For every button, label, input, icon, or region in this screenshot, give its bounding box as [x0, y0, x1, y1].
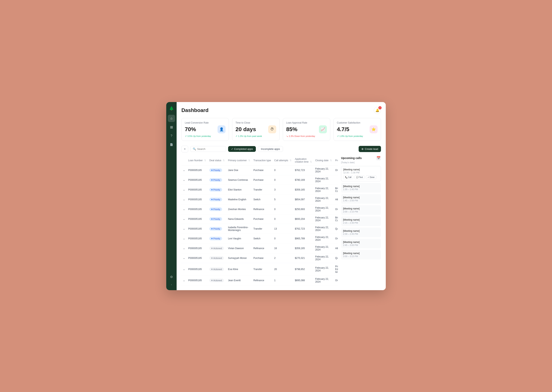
table-row[interactable]: ⌄ P000005185 Priority Seamus Contreras P… [182, 175, 338, 185]
row-expand[interactable]: ⌄ [182, 165, 187, 175]
table-row[interactable]: ⌄ P000005185 Priority Zeeshan Montes Ref… [182, 204, 338, 214]
cell-customer: Eliot Stanton [226, 185, 252, 195]
sidebar-item-settings[interactable]: ⚙ [168, 273, 175, 280]
sidebar-item-home[interactable]: ⌂ [168, 115, 175, 122]
col-calls[interactable]: Call attempts ⇅ [273, 156, 293, 165]
cell-customer: Jean Everitt [226, 275, 252, 285]
notification-button[interactable]: 🔔 2 [374, 107, 381, 114]
meeting-card[interactable]: [Meeting name] 2:00 – 2:15 PM [341, 205, 381, 215]
cell-calls: 2 [273, 253, 293, 263]
row-expand[interactable]: ⌄ [182, 175, 187, 185]
text-button[interactable]: 💬 Text [355, 175, 365, 179]
col-amount[interactable]: Applicationcreation time ⇅ [293, 156, 313, 165]
cell-province: Ontario [334, 165, 338, 175]
cell-status: Priority [208, 234, 226, 243]
stat-value-time: 20 days [235, 126, 256, 133]
meeting-time: 2:30 – 2:45 PM [343, 233, 379, 235]
row-expand[interactable]: ⌄ [182, 275, 187, 285]
meeting-card[interactable]: [Meeting name] 3:00 – 3:15 PM [341, 250, 381, 259]
table-row[interactable]: ⌄ P000005185 Priority Lexi Vaughn Switch… [182, 234, 338, 243]
cell-amount: $965,789 [293, 234, 313, 243]
row-expand[interactable]: ⌄ [182, 185, 187, 195]
tab-completed[interactable]: ✓ Completed apps [228, 146, 256, 152]
meeting-name: [Meeting name] [343, 218, 379, 221]
done-button[interactable]: ✓ Done [366, 175, 376, 179]
cell-loan: P000005185 [187, 204, 208, 214]
row-expand[interactable]: ⌄ [182, 214, 187, 224]
stat-icon-time: ⏱ [268, 125, 276, 133]
cell-transaction: Refinance [252, 243, 273, 253]
create-lead-button[interactable]: ⊕ Create lead [359, 146, 381, 152]
meeting-name: [Meeting name] [343, 196, 379, 199]
row-expand[interactable]: ⌄ [182, 204, 187, 214]
search-input[interactable] [197, 147, 224, 150]
cell-loan: P000005185 [187, 263, 208, 275]
table-row[interactable]: ⌄ P000005185 Actioned Jean Everitt Refin… [182, 275, 338, 285]
cell-customer: Isabella Fiorentino-Montenegro [226, 224, 252, 234]
meeting-actions: 📞 Call 💬 Text ✓ Done [343, 175, 379, 179]
meeting-card[interactable]: [Meeting name] 12:30 – 1:30 PM 📞 Call 💬 … [341, 166, 381, 181]
col-loan[interactable]: Loan Number ⇅ [187, 156, 208, 165]
cell-date: February 22, 2024 [313, 195, 334, 204]
cell-loan: P000005185 [187, 253, 208, 263]
row-expand[interactable]: ⌄ [182, 224, 187, 234]
cell-amount: $895,088 [293, 275, 313, 285]
meeting-card[interactable]: [Meeting name] 2:15 – 2:30 PM [341, 217, 381, 226]
table-row[interactable]: ⌄ P000005185 Priority Jane Doe Purchase … [182, 165, 338, 175]
cell-province: Prince Edward Isl... [334, 263, 338, 275]
sidebar-item-grid[interactable]: ▦ [168, 124, 175, 131]
status-badge: Priority [209, 217, 222, 221]
table-row[interactable]: ⌄ P000005185 Priority Madeline English S… [182, 195, 338, 204]
call-button[interactable]: 📞 Call [343, 175, 353, 179]
col-customer[interactable]: Primary customer ⇅ [226, 156, 252, 165]
row-expand[interactable]: ⌄ [182, 195, 187, 204]
meeting-card[interactable]: [Meeting name] 2:30 – 2:45 PM [341, 228, 381, 237]
stat-card-loan: Loan Approval Rate 85% 📈 ↘2.3% Down from… [283, 118, 330, 141]
row-expand[interactable]: ⌄ [182, 263, 187, 275]
badge-dot [211, 209, 212, 210]
filter-button[interactable]: ≡ [182, 146, 188, 153]
badge-dot [211, 228, 212, 229]
cell-calls: 0 [273, 234, 293, 243]
row-expand[interactable]: ⌄ [182, 243, 187, 253]
stat-icon-loan: 📈 [319, 125, 327, 133]
status-badge: Priority [209, 198, 222, 201]
meeting-name: [Meeting name] [343, 168, 379, 171]
col-transaction[interactable]: Transaction type [252, 156, 273, 165]
table-row[interactable]: ⌄ P000005185 Priority Nana Edwards Purch… [182, 214, 338, 224]
cell-amount: $270,321 [293, 253, 313, 263]
meeting-name: [Meeting name] [343, 207, 379, 210]
calls-date: [Today's date] [341, 161, 381, 164]
main-content: Dashboard 🔔 2 Lead Conversion Rate 70% 👤… [177, 102, 386, 290]
table-row[interactable]: ⌄ P000005185 Actioned Sumayyah Moran Pur… [182, 253, 338, 263]
cell-calls: 0 [273, 165, 293, 175]
cell-status: Priority [208, 165, 226, 175]
calendar-icon-btn[interactable]: 📅 [376, 156, 381, 161]
cell-province: Alberta [334, 195, 338, 204]
cell-loan: P000005185 [187, 165, 208, 175]
table-row[interactable]: ⌄ P000005185 Priority Isabella Fiorentin… [182, 224, 338, 234]
sidebar-item-documents[interactable]: 📄 [168, 141, 175, 148]
col-status[interactable]: Deal status ⇅ [208, 156, 226, 165]
cell-loan: P000005185 [187, 175, 208, 185]
meeting-card[interactable]: [Meeting name] 1:45 – 2:00 PM [341, 194, 381, 204]
meeting-card[interactable]: [Meeting name] 1:30 – 1:45 PM [341, 183, 381, 193]
table-row[interactable]: ⌄ P000005185 Actioned Eva Kline Transfer… [182, 263, 338, 275]
cell-province: British Columbia [334, 185, 338, 195]
tab-incomplete[interactable]: Incomplete apps [258, 146, 283, 152]
meeting-card[interactable]: [Meeting name] 2:45 – 3:00 PM [341, 239, 381, 248]
table-row[interactable]: ⌄ P000005185 Priority Eliot Stanton Tran… [182, 185, 338, 195]
cell-amount: $798,652 [293, 263, 313, 275]
status-badge: Priority [209, 237, 222, 240]
col-date[interactable]: Closing date ⇅ [313, 156, 334, 165]
row-expand[interactable]: ⌄ [182, 234, 187, 243]
sidebar-item-help[interactable]: ? [168, 132, 175, 140]
cell-transaction: Switch [252, 195, 273, 204]
col-province[interactable]: Province ⇅ [334, 156, 338, 165]
cell-customer: Lexi Vaughn [226, 234, 252, 243]
row-expand[interactable]: ⌄ [182, 253, 187, 263]
sidebar-collapse-btn[interactable]: › [168, 282, 175, 287]
search-container: 🔍 [190, 146, 226, 152]
cell-amount: $250,693 [293, 204, 313, 214]
table-row[interactable]: ⌄ P000005185 Actioned Vivian Dawson Refi… [182, 243, 338, 253]
